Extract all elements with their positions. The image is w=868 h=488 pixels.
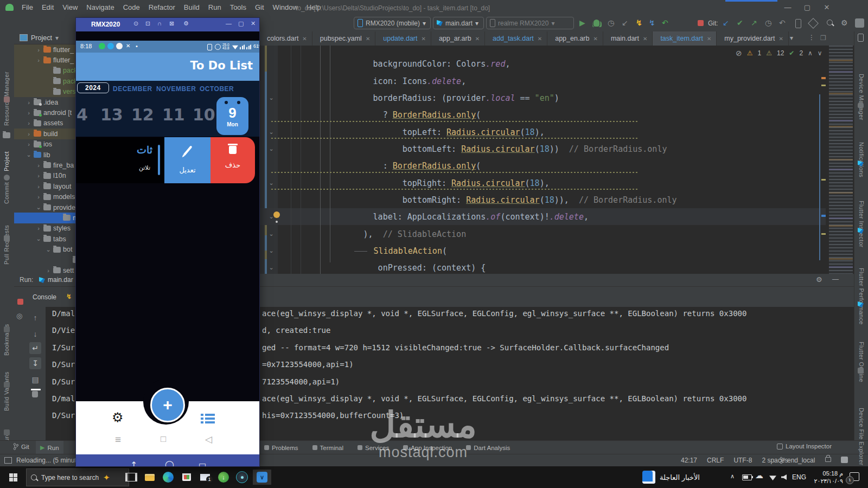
scroll-down-icon[interactable]: ↓	[29, 328, 41, 340]
notifications-bell-icon[interactable]	[858, 102, 864, 108]
tool-stripe-label[interactable]: Flutter Performance	[858, 268, 865, 328]
day-number[interactable]: 13	[100, 105, 123, 124]
git-push-icon[interactable]: ↗	[751, 18, 757, 28]
phone-window-titlebar[interactable]: RMX2020 ⊙ ⊡ ∩ ⊠ ⚙ — ▢ ✕	[76, 18, 259, 31]
editor-panes-icon[interactable]: ❐	[820, 34, 826, 42]
device-manager-icon[interactable]	[858, 34, 864, 42]
close-tab-icon[interactable]: ✕	[778, 36, 783, 42]
menu-item[interactable]: Refactor	[144, 0, 180, 15]
menu-item[interactable]: Code	[119, 0, 144, 15]
phone-settings-gear-icon[interactable]: ⚙	[183, 20, 189, 27]
add-task-fab[interactable]: +	[150, 388, 185, 422]
git-update-icon[interactable]: ↙	[723, 18, 729, 28]
hot-reload-button[interactable]: ↯	[636, 18, 642, 28]
scrcpy-button[interactable]: ∨	[253, 470, 271, 485]
tool-stripe-label[interactable]: Flutter Outline	[858, 342, 865, 389]
editor-tab[interactable]: add_task.dart ✕	[485, 31, 547, 46]
day-number[interactable]: 11	[162, 105, 185, 124]
day-number[interactable]: 4	[76, 105, 88, 124]
menu-item[interactable]: Git	[251, 0, 269, 15]
language-indicator[interactable]: ENG	[792, 473, 806, 481]
unlock-icon[interactable]	[825, 457, 831, 462]
editor-tab[interactable]: my_provider.dart ✕	[717, 31, 789, 46]
tool-stripe-label[interactable]: Project	[3, 138, 10, 171]
tabs-menu-dots-icon[interactable]: ⋮	[808, 34, 815, 41]
tool-stripe-label[interactable]: Device Manager	[858, 74, 865, 127]
menu-item[interactable]: Navigate	[82, 0, 118, 15]
tool-window-button[interactable]: App Inspection	[403, 445, 452, 451]
idm-button[interactable]: ↓	[216, 470, 231, 485]
toolwindow-toggle-icon[interactable]	[4, 457, 12, 464]
record-icon[interactable]: ⊡	[145, 20, 150, 27]
menu-item[interactable]: Tools	[226, 0, 251, 15]
day-number[interactable]: 10	[193, 105, 215, 124]
month-tab[interactable]: 2024	[77, 82, 109, 93]
menu-item[interactable]: File	[17, 0, 37, 15]
tool-stripe-label[interactable]: Flutter Inspector	[858, 201, 865, 252]
tree-chevron-icon[interactable]: ›	[36, 172, 41, 179]
hot-reload-file-button[interactable]: ↯	[649, 18, 655, 28]
run-config-tab[interactable]: main.dar	[48, 276, 73, 284]
fold-chevron-icon[interactable]: ⌄	[268, 179, 275, 187]
tree-chevron-icon[interactable]: ›	[26, 131, 31, 137]
fold-chevron-icon[interactable]: ⌄	[268, 264, 275, 271]
tree-chevron-icon[interactable]: ›	[36, 194, 41, 200]
tasks-list-tab-icon[interactable]	[201, 412, 215, 425]
console-stop-button[interactable]	[17, 299, 23, 305]
onedrive-cloud-icon[interactable]: ☁	[755, 471, 763, 480]
build-variants-icon[interactable]	[4, 382, 10, 388]
tray-chevron-icon[interactable]: ∧	[730, 473, 735, 480]
clear-console-icon[interactable]	[32, 391, 38, 399]
close-tab-icon[interactable]: ✕	[593, 36, 597, 42]
editor-tab[interactable]: task_item.dart ✕	[653, 31, 717, 46]
run-tool-button[interactable]: ▶ Run	[36, 441, 63, 454]
editor-tab[interactable]: pubspec.yaml ✕	[312, 31, 376, 46]
hot-restart-button[interactable]: ↶	[662, 18, 668, 28]
tool-stripe-label[interactable]: Commit	[3, 180, 10, 204]
tabs-overflow-chevron-icon[interactable]: ▾	[790, 34, 793, 42]
taskbar-search-box[interactable]: Type here to search ✦	[26, 468, 129, 486]
panel-settings-gear-icon[interactable]: ⚙	[816, 275, 822, 284]
project-tool-icon[interactable]	[3, 132, 10, 140]
start-button[interactable]	[0, 466, 26, 488]
fold-chevron-icon[interactable]: ⌄	[268, 230, 275, 237]
print-icon[interactable]: ▤	[29, 374, 41, 386]
resource-manager-icon[interactable]	[4, 97, 10, 102]
reader-mode-icon[interactable]: ⊘	[736, 49, 742, 57]
editor-tab[interactable]: app_ar.arb ✕	[431, 31, 485, 46]
fold-chevron-icon[interactable]: ⌄	[268, 247, 275, 254]
device-manager-icon[interactable]	[795, 19, 801, 28]
avatar[interactable]	[855, 18, 864, 28]
tool-window-button[interactable]: Dart Analysis	[466, 445, 510, 451]
scroll-to-end-icon[interactable]: ↧	[29, 357, 41, 369]
tool-window-button[interactable]: Terminal	[312, 445, 343, 451]
edit-action-button[interactable]: تعديل	[164, 137, 210, 183]
tree-chevron-icon[interactable]: ›	[36, 183, 41, 190]
status-widget[interactable]: 42:17	[681, 457, 697, 464]
nav-home-icon[interactable]: □	[161, 434, 166, 445]
maximize-button[interactable]: ▢	[800, 2, 815, 13]
next-problem-icon[interactable]: ∨	[818, 49, 822, 57]
editor-tab[interactable]: update.dart ✕	[375, 31, 431, 46]
console-tab[interactable]: Console	[33, 293, 56, 301]
fold-chevron-icon[interactable]: ⌄	[268, 94, 275, 101]
bookmarks-icon[interactable]	[4, 326, 10, 332]
menu-item[interactable]: View	[58, 0, 82, 15]
edge-button[interactable]	[161, 470, 176, 485]
volume-icon[interactable]	[781, 474, 787, 480]
tree-chevron-icon[interactable]: ›	[36, 57, 41, 63]
device-file-explorer-icon[interactable]	[858, 368, 864, 374]
scrcpy-toolbar[interactable]: ↥ ◯ ▭	[76, 454, 259, 466]
pin-icon[interactable]: ◎	[16, 312, 22, 320]
status-widget[interactable]: CRLF	[707, 457, 724, 464]
run-config-selector[interactable]: main.dart▾	[433, 17, 484, 29]
phone-close-icon[interactable]: ✕	[251, 20, 256, 27]
attach-debugger-button[interactable]: ↙	[622, 18, 628, 28]
audio-icon[interactable]: ∩	[157, 20, 162, 27]
fold-chevron-icon[interactable]: ⌄	[268, 145, 275, 152]
android-studio-button[interactable]	[234, 470, 250, 485]
target-device-selector[interactable]: realme RMX2020▾	[486, 17, 574, 29]
panel-minimize-icon[interactable]: —	[832, 275, 839, 283]
tree-chevron-icon[interactable]: ›	[36, 47, 41, 53]
tree-chevron-icon[interactable]: ›	[26, 110, 31, 116]
